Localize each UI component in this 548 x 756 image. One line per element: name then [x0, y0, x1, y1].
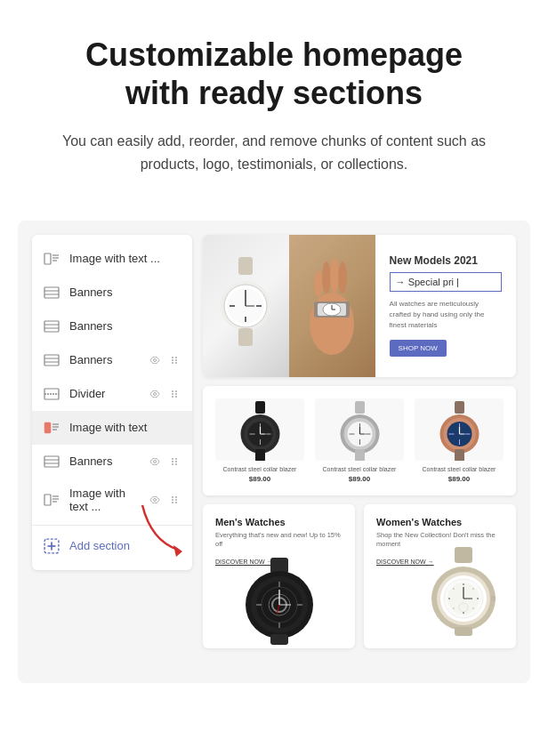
sidebar-item-label: Divider — [69, 387, 139, 400]
sidebar-item-label: Image with text ... — [69, 487, 139, 513]
product-item: Contrast steel collar blazer $89.00 — [315, 398, 404, 483]
sidebar-item-banners-2[interactable]: Banners — [32, 310, 192, 343]
sidebar-item-label: Banners — [69, 286, 181, 299]
image-text-icon — [43, 419, 60, 437]
svg-rect-68 — [238, 328, 253, 346]
svg-point-28 — [175, 396, 177, 398]
sidebar-item-label: Image with text — [69, 421, 181, 434]
svg-point-26 — [175, 393, 177, 395]
sidebar-item-actions — [148, 454, 181, 469]
svg-rect-29 — [44, 422, 51, 433]
svg-rect-111 — [455, 449, 464, 461]
svg-rect-101 — [455, 401, 464, 414]
svg-point-77 — [330, 258, 339, 294]
svg-rect-79 — [255, 401, 265, 414]
banners-icon — [43, 351, 60, 369]
svg-point-42 — [175, 463, 177, 465]
product-price: $89.00 — [215, 475, 304, 483]
svg-point-15 — [175, 357, 177, 358]
svg-rect-58 — [238, 257, 253, 275]
svg-point-13 — [154, 358, 157, 361]
svg-point-16 — [172, 359, 173, 361]
banner-text: New Models 2021 → Special pri | All watc… — [375, 235, 516, 377]
image-text-icon — [43, 250, 60, 268]
drag-icon[interactable] — [167, 353, 181, 367]
svg-rect-126 — [270, 634, 288, 645]
banner-special-price: → Special pri | — [390, 272, 502, 292]
sidebar-item-label: Image with text ... — [69, 252, 181, 265]
svg-rect-89 — [255, 449, 265, 461]
svg-point-76 — [322, 261, 331, 294]
banner-images — [203, 235, 375, 377]
svg-point-14 — [172, 357, 173, 358]
mens-title: Men's Watches — [215, 517, 342, 527]
svg-rect-100 — [355, 449, 365, 461]
svg-point-136 — [448, 598, 450, 599]
sidebar-item-banners-4[interactable]: Banners — [32, 445, 192, 479]
svg-point-17 — [175, 359, 177, 361]
svg-point-41 — [172, 463, 173, 465]
product-price: $89.00 — [415, 475, 504, 483]
product-image — [215, 398, 304, 461]
product-image — [315, 398, 404, 461]
drag-icon[interactable] — [167, 454, 181, 469]
sidebar-item-banners-1[interactable]: Banners — [32, 276, 192, 310]
hero-section: Customizable homepage with ready section… — [0, 0, 548, 203]
womens-title: Women's Watches — [376, 517, 504, 527]
banner-title: New Models 2021 — [390, 254, 502, 267]
banners-icon — [43, 284, 60, 302]
svg-point-75 — [314, 270, 323, 297]
mens-subtitle: Everything that's new and new! Up to 15%… — [215, 531, 342, 550]
sidebar-item-image-text-2[interactable]: Image with text — [32, 411, 192, 445]
drag-icon[interactable] — [167, 387, 181, 401]
sidebar-item-banners-3[interactable]: Banners — [32, 343, 192, 377]
svg-point-22 — [154, 392, 157, 395]
product-item: Contrast steel collar blazer $89.00 — [215, 398, 304, 483]
svg-rect-0 — [44, 253, 51, 264]
divider-icon — [43, 385, 60, 403]
svg-point-36 — [154, 460, 157, 462]
svg-rect-4 — [44, 287, 59, 298]
image-text-icon — [43, 491, 60, 509]
banners-icon — [43, 318, 60, 335]
arrow-annotation — [133, 496, 205, 562]
svg-rect-90 — [355, 401, 365, 414]
svg-point-40 — [175, 461, 177, 462]
product-price: $89.00 — [315, 475, 404, 483]
visibility-icon[interactable] — [148, 353, 162, 367]
products-card: Contrast steel collar blazer $89.00 — [203, 386, 516, 495]
svg-point-18 — [172, 362, 173, 364]
svg-rect-7 — [44, 321, 59, 332]
sidebar-item-label: Banners — [69, 353, 139, 366]
banner-shop-button[interactable]: SHOP NOW — [390, 340, 447, 357]
svg-point-37 — [172, 458, 173, 460]
svg-point-139 — [472, 588, 474, 590]
watch-white-image — [203, 235, 289, 377]
sidebar-item-image-text-1[interactable]: Image with text ... — [32, 242, 192, 276]
product-image — [415, 398, 504, 461]
product-item: Contrast steel collar blazer $89.00 — [415, 398, 504, 483]
svg-rect-144 — [491, 596, 496, 601]
product-name: Contrast steel collar blazer — [415, 466, 504, 472]
svg-rect-43 — [44, 495, 51, 505]
svg-point-27 — [172, 396, 173, 398]
banner-card: New Models 2021 → Special pri | All watc… — [203, 235, 516, 377]
svg-rect-10 — [44, 355, 59, 366]
svg-rect-33 — [44, 456, 59, 467]
product-name: Contrast steel collar blazer — [215, 466, 304, 472]
svg-point-134 — [463, 583, 464, 585]
svg-point-78 — [338, 261, 347, 294]
visibility-icon[interactable] — [148, 454, 162, 469]
svg-point-19 — [175, 362, 177, 364]
svg-marker-57 — [173, 545, 182, 557]
add-icon — [43, 537, 60, 555]
svg-point-24 — [175, 390, 177, 392]
banner-description: All watches are meticulously crafted by … — [390, 299, 502, 331]
sidebar-item-label: Banners — [69, 319, 181, 333]
sidebar-item-divider[interactable]: Divider — [32, 377, 192, 411]
visibility-icon[interactable] — [148, 387, 162, 401]
svg-point-140 — [453, 607, 455, 609]
add-section-label: Add section — [69, 539, 130, 552]
bottom-cards-row: Men's Watches Everything that's new and … — [203, 504, 516, 648]
sidebar-item-label: Banners — [69, 454, 139, 468]
